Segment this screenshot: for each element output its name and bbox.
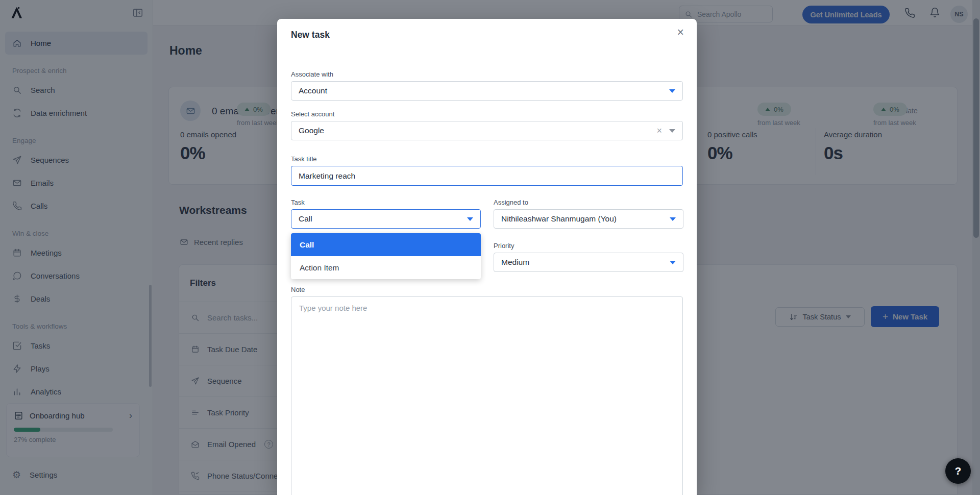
note-textarea[interactable] xyxy=(291,296,683,495)
priority-select[interactable]: Medium xyxy=(494,253,683,272)
associate-with-label: Associate with xyxy=(291,70,333,78)
priority-label: Priority xyxy=(494,242,514,250)
chevron-down-icon xyxy=(669,89,675,93)
assigned-to-value: Nithileashwar Shanmugam (You) xyxy=(501,214,670,224)
associate-with-select[interactable]: Account xyxy=(291,81,683,101)
priority-value: Medium xyxy=(501,258,670,267)
dropdown-option-call[interactable]: Call xyxy=(291,233,481,256)
assigned-to-label: Assigned to xyxy=(494,199,528,206)
task-title-label: Task title xyxy=(291,155,317,163)
new-task-modal: New task × Associate with Account Select… xyxy=(277,19,697,495)
task-type-dropdown-menu: Call Action Item xyxy=(291,233,481,279)
note-label: Note xyxy=(291,286,305,293)
task-title-input[interactable] xyxy=(291,166,683,186)
modal-title: New task xyxy=(291,30,330,40)
select-account-select[interactable]: Google × xyxy=(291,121,683,140)
task-type-value: Call xyxy=(299,214,467,224)
chevron-down-icon xyxy=(670,261,676,264)
task-type-label: Task xyxy=(291,199,305,206)
clear-icon[interactable]: × xyxy=(656,126,662,135)
task-type-select[interactable]: Call xyxy=(291,209,481,229)
help-button[interactable]: ? xyxy=(945,458,971,484)
select-account-label: Select account xyxy=(291,110,334,118)
dropdown-option-action-item[interactable]: Action Item xyxy=(291,256,481,279)
assigned-to-select[interactable]: Nithileashwar Shanmugam (You) xyxy=(494,209,683,229)
chevron-down-icon xyxy=(669,129,675,133)
select-account-value: Google xyxy=(299,126,656,135)
associate-with-value: Account xyxy=(299,86,669,95)
close-icon[interactable]: × xyxy=(677,26,684,39)
chevron-down-icon xyxy=(467,217,473,221)
chevron-down-icon xyxy=(670,217,676,221)
